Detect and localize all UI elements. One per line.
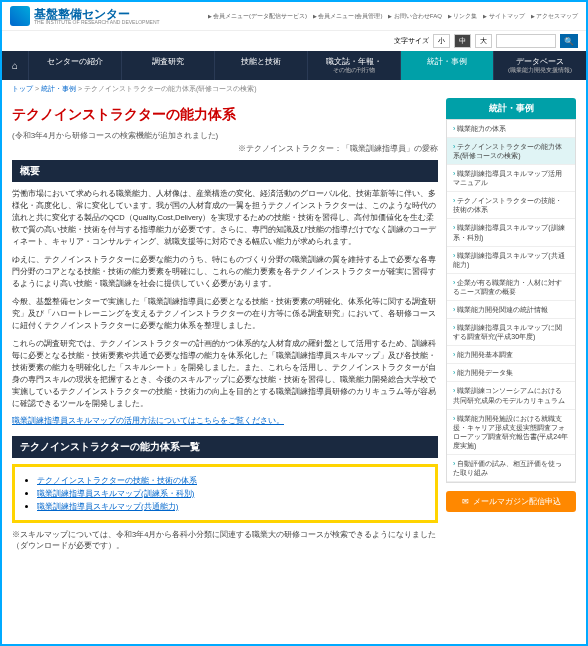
sidebar-item[interactable]: 能力開発データ集 xyxy=(447,364,575,382)
top-link[interactable]: リンク集 xyxy=(448,12,477,21)
nav-research[interactable]: 調査研究 xyxy=(121,51,214,80)
highlighted-list-box: テクノインストラクターの技能・技術の体系 職業訓練指導員スキルマップ(訓練系・科… xyxy=(12,464,438,523)
list-link-2[interactable]: 職業訓練指導員スキルマップ(訓練系・科別) xyxy=(37,489,194,498)
sidebar-list: 職業能力の体系 テクノインストラクターの能力体系(研修コースの検索) 職業訓練指… xyxy=(446,119,576,483)
sidebar-item[interactable]: 職業能力開発関連の統計情報 xyxy=(447,301,575,319)
sidebar-item[interactable]: 能力開発基本調査 xyxy=(447,346,575,364)
top-link[interactable]: お問い合わせFAQ xyxy=(388,12,441,21)
font-size-medium[interactable]: 中 xyxy=(454,34,471,48)
sidebar-item[interactable]: 企業が有る職業能力・人材に対するニーズ調査の概要 xyxy=(447,274,575,301)
nav-skills[interactable]: 技能と技術 xyxy=(214,51,307,80)
mail-magazine-button[interactable]: ✉ メールマガジン配信申込 xyxy=(446,491,576,512)
sidebar-item[interactable]: 職業訓練指導員スキルマップ(訓練系・科別) xyxy=(447,219,575,246)
nav-statistics[interactable]: 統計・事例 xyxy=(400,51,493,80)
foot-note: ※スキルマップについては、令和3年4月から各科小分類に関連する職業大の研修コース… xyxy=(12,529,438,552)
sidebar-item[interactable]: 職業訓練指導員スキルマップ活用マニュアル xyxy=(447,165,575,192)
top-link[interactable]: 会員メニュー(会員管理) xyxy=(313,12,382,21)
font-size-large[interactable]: 大 xyxy=(475,34,492,48)
overview-p2: ゆえに、テクノインストラクターに必要な能力のうち、特にものづくり分野の職業訓練の… xyxy=(12,254,438,290)
page-title: テクノインストラクターの能力体系 xyxy=(12,106,438,124)
search-button[interactable]: 🔍 xyxy=(560,34,578,48)
sidebar-item[interactable]: 職業訓練コンソーシアムにおける共同研究成果のモデルカリキュラム xyxy=(447,382,575,409)
list-link-1[interactable]: テクノインストラクターの技能・技術の体系 xyxy=(37,476,197,485)
sidebar-item[interactable]: テクノインストラクターの技能・技術の体系 xyxy=(447,192,575,219)
overview-header: 概要 xyxy=(12,160,438,182)
crumb-top[interactable]: トップ xyxy=(12,85,33,92)
font-size-label: 文字サイズ xyxy=(394,36,429,46)
font-size-small[interactable]: 小 xyxy=(433,34,450,48)
search-input[interactable] xyxy=(496,34,556,48)
mail-icon: ✉ xyxy=(462,497,469,506)
sidebar-item[interactable]: 職業訓練指導員スキルマップ(共通能力) xyxy=(447,247,575,274)
logo-subtitle: THE INSTITUTE OF RESEARCH AND DEVELOPMEN… xyxy=(34,20,160,25)
logo-mark-icon xyxy=(10,6,30,26)
top-link[interactable]: 会員メニュー(データ配信サービス) xyxy=(208,12,307,21)
site-logo[interactable]: 基盤整備センター THE INSTITUTE OF RESEARCH AND D… xyxy=(10,6,160,26)
sidebar-item[interactable]: 職業訓練指導員スキルマップに関する調査研究(平成30年度) xyxy=(447,319,575,346)
page-note: ※テクノインストラクター：「職業訓練指導員」の愛称 xyxy=(12,143,438,154)
list-link-3[interactable]: 職業訓練指導員スキルマップ(共通能力) xyxy=(37,502,178,511)
nav-publications[interactable]: 職文誌・年報・その他の刊行物 xyxy=(307,51,400,80)
top-link[interactable]: サイトマップ xyxy=(483,12,524,21)
page-subtitle: (令和3年4月から研修コースの検索機能が追加されました) xyxy=(12,130,438,141)
skillmap-usage-link[interactable]: 職業訓練指導員スキルマップの活用方法についてはこちらをご覧ください。 xyxy=(12,416,438,426)
sidebar-item[interactable]: 職業能力の体系 xyxy=(447,120,575,138)
home-icon[interactable]: ⌂ xyxy=(2,51,28,80)
main-nav: ⌂ センターの紹介 調査研究 技能と技術 職文誌・年報・その他の刊行物 統計・事… xyxy=(2,51,586,80)
breadcrumb: トップ > 統計・事例 > テクノインストラクターの能力体系(研修コースの検索) xyxy=(2,80,586,98)
list-header: テクノインストラクターの能力体系一覧 xyxy=(12,436,438,458)
logo-title: 基盤整備センター xyxy=(34,8,160,20)
nav-intro[interactable]: センターの紹介 xyxy=(28,51,121,80)
overview-p1: 労働市場において求められる職業能力、人材像は、産業構造の変化、経済活動のグローバ… xyxy=(12,188,438,248)
sidebar-item[interactable]: 職業能力開発施設における就職支援・キャリア形成支援実態調査フォローアップ調査研究… xyxy=(447,410,575,455)
overview-p4: これらの調査研究では、テクノインストラクターの計画的かつ体系的な人材育成の羅針盤… xyxy=(12,338,438,410)
sidebar-item[interactable]: 自動評価の試み、相互評価を使った取り組み xyxy=(447,455,575,482)
top-link[interactable]: アクセスマップ xyxy=(531,12,578,21)
sidebar-header: 統計・事例 xyxy=(446,98,576,119)
overview-p3: 今般、基盤整備センターで実施した「職業訓練指導員に必要となる技能・技術要素の明確… xyxy=(12,296,438,332)
crumb-stats[interactable]: 統計・事例 xyxy=(41,85,76,92)
crumb-current: テクノインストラクターの能力体系(研修コースの検索) xyxy=(84,85,257,92)
nav-database[interactable]: データベース(職業能力開発支援情報) xyxy=(493,51,586,80)
top-utility-links: 会員メニュー(データ配信サービス) 会員メニュー(会員管理) お問い合わせFAQ… xyxy=(208,12,578,21)
sidebar-item[interactable]: テクノインストラクターの能力体系(研修コースの検索) xyxy=(447,138,575,165)
